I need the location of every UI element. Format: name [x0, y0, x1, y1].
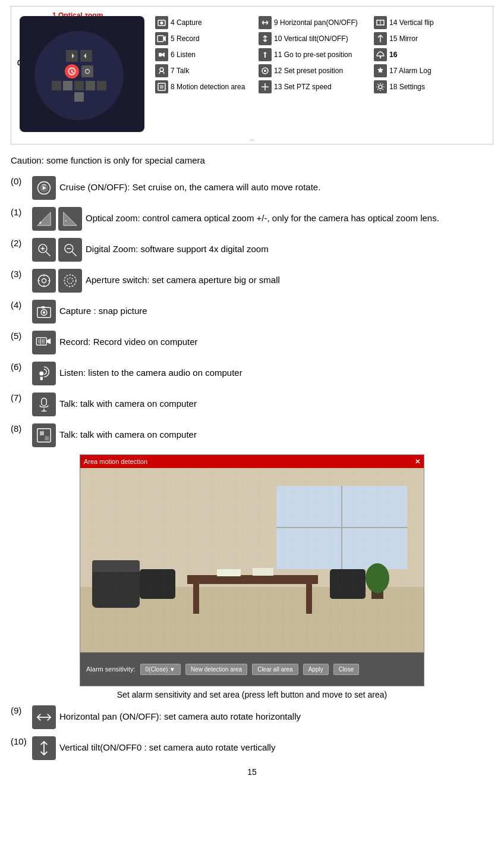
svg-rect-36 [36, 338, 46, 346]
pg-5 [97, 81, 106, 90]
pg-2 [63, 81, 73, 90]
motion-apply-btn[interactable]: Apply [303, 664, 329, 675]
svg-text:+: + [39, 220, 42, 226]
pi-2 [80, 50, 92, 62]
diag-label-14: 14 Vertical flip [389, 18, 434, 27]
svg-rect-48 [45, 436, 49, 440]
pi-3 [81, 65, 93, 77]
svg-point-30 [64, 275, 76, 287]
item-0-desc: Cruise (ON/OFF): Set cruise on, the came… [59, 176, 493, 193]
diagram-col-4: 14 Vertical flip 15 Mirror 16 17 Alarm L… [374, 16, 451, 93]
diag-icon-13 [259, 80, 272, 93]
item-10-icons [32, 736, 56, 760]
item-5-num: (5) [11, 331, 29, 341]
digital-zoom-out-icon [58, 238, 82, 262]
panel-illustration: 1 Optical zoom 2 Digital zoom 3 Aperture… [20, 11, 150, 132]
diag-item-8: 8 Motion detection area [155, 80, 256, 93]
panel-row-1 [66, 50, 92, 62]
item-7-row: (7) Talk: talk with camera on computer [11, 393, 493, 416]
item-10-num: (10) [11, 736, 29, 746]
motion-close-dialog-btn[interactable]: Close [333, 664, 360, 675]
diag-item-17: 17 Alarm Log [374, 64, 451, 77]
diag-item-18: 18 Settings [374, 80, 451, 93]
svg-rect-47 [40, 431, 44, 435]
item-3-row: (3) Aperture switch: set camera aperture… [11, 269, 493, 293]
diagram-section: 1 Optical zoom 2 Digital zoom 3 Aperture… [11, 6, 493, 145]
diagram-outer: 1 Optical zoom 2 Digital zoom 3 Aperture… [14, 11, 490, 132]
pg-1 [52, 81, 61, 90]
diag-item-11: 11 Go to pre-set position [259, 48, 371, 61]
diag-item-6: 6 Listen [155, 48, 256, 61]
motion-dialog-image: Area motion detection ✕ 2013-12-16 13:10… [80, 454, 424, 686]
motion-video-area: 2013-12-16 13:10:... [80, 468, 424, 652]
item-5-icons [32, 331, 56, 354]
item-1-icons: + - [32, 207, 82, 231]
item-0-icons [32, 176, 56, 200]
pi-1 [66, 50, 78, 62]
item-6-row: (6) Listen: listen to the camera audio o… [11, 362, 493, 385]
diag-item-16: 16 [374, 48, 451, 61]
svg-point-25 [42, 279, 46, 283]
item-9-row: (9) Horizontal pan (ON/OFF): set camera … [11, 705, 493, 729]
diag-label-18: 18 Settings [389, 83, 425, 91]
horizontal-pan-icon [32, 705, 56, 729]
pg-4 [86, 81, 95, 90]
motion-bottom-bar: Alarm sensitivity: 0(Close) ▼ New detect… [80, 652, 424, 686]
diag-icon-16 [374, 48, 387, 61]
caution-text: Caution: some function is only for speci… [11, 155, 493, 165]
item-9-num: (9) [11, 705, 29, 715]
diagram-caption: .. [14, 134, 490, 142]
diag-icon-18 [374, 80, 387, 93]
motion-sensitivity-btn[interactable]: 0(Close) ▼ [140, 664, 181, 675]
motion-alarm-label: Alarm sensitivity: [86, 665, 136, 673]
diag-label-6: 6 Listen [171, 51, 196, 59]
item-7-desc: Talk: talk with camera on computer [59, 393, 493, 410]
diag-label-17: 17 Alarm Log [389, 67, 431, 75]
diag-label-7: 7 Talk [171, 67, 189, 75]
item-10-desc: Vertical tilt(ON/OFF0 : set camera auto … [59, 736, 493, 754]
item-8-num: (8) [11, 423, 29, 434]
diag-label-12: 12 Set preset position [274, 67, 343, 75]
item-5-row: (5) Record: Record video on computer [11, 331, 493, 354]
motion-new-area-btn[interactable]: New detection area [185, 664, 247, 675]
diag-item-14: 14 Vertical flip [374, 16, 451, 29]
svg-text:-: - [65, 218, 67, 224]
diag-icon-11 [259, 48, 272, 61]
panel-row-2 [65, 64, 93, 79]
motion-close-btn[interactable]: ✕ [415, 458, 420, 466]
diag-label-11: 11 Go to pre-set position [274, 51, 352, 59]
diag-icon-17 [374, 64, 387, 77]
item-8-icons [32, 423, 56, 447]
capture-icon [32, 300, 56, 324]
item-4-icons [32, 300, 56, 324]
item-7-icons [32, 393, 56, 416]
diag-icon-14 [374, 16, 387, 29]
diag-icon-8 [155, 80, 168, 93]
motion-caption: Set alarm sensitivity and set area (pres… [11, 690, 493, 699]
zoom-out-icon: - [58, 207, 82, 231]
svg-line-22 [73, 252, 77, 256]
item-6-num: (6) [11, 362, 29, 372]
diag-item-4: 4 Capture [155, 16, 256, 29]
record-icon [32, 331, 56, 354]
diag-icon-6 [155, 48, 168, 61]
diag-label-10: 10 Vertical tilt(ON/OFF) [274, 34, 348, 43]
diag-item-12: 12 Set preset position [259, 64, 371, 77]
motion-clear-btn[interactable]: Clear all area [252, 664, 298, 675]
pg-3 [74, 81, 84, 90]
item-6-desc: Listen: listen to the camera audio on co… [59, 362, 493, 379]
svg-rect-65 [80, 468, 424, 652]
item-2-desc: Digital Zoom: software support 4x digita… [86, 238, 493, 255]
item-6-icons [32, 362, 56, 385]
diag-item-7: 7 Talk [155, 64, 256, 77]
item-0-row: (0) Cruise (ON/OFF): Set cruise on, the … [11, 176, 493, 200]
diag-label-5: 5 Record [171, 34, 200, 43]
diag-label-13: 13 Set PTZ speed [274, 83, 332, 91]
item-2-icons [32, 238, 82, 262]
svg-rect-43 [42, 398, 46, 406]
diagram-labels-area: 4 Capture 5 Record 6 Listen 7 Talk 8 Mot… [155, 16, 490, 93]
diag-icon-15 [374, 32, 387, 45]
listen-icon [32, 362, 56, 385]
motion-title-bar: Area motion detection ✕ [80, 455, 424, 468]
item-9-desc: Horizontal pan (ON/OFF): set camera auto… [59, 705, 493, 723]
